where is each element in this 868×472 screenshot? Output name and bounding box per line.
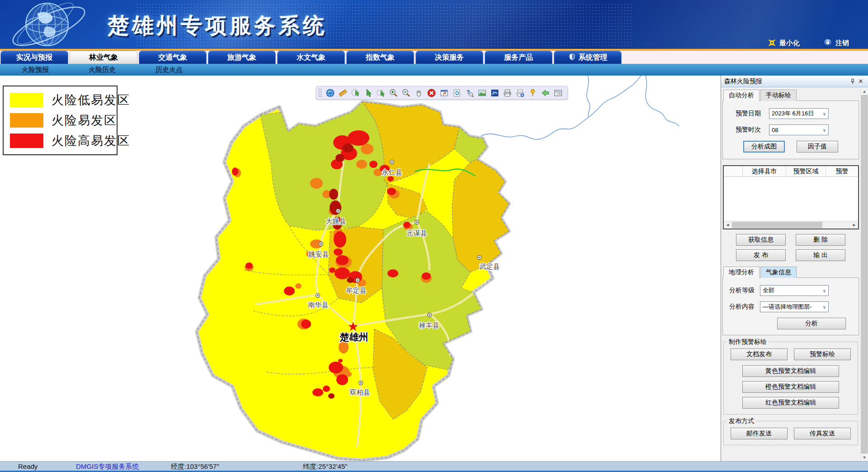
scroll-right-arrow[interactable]: ►	[850, 221, 858, 229]
map-area: 永仁县 大姚县 元谋县 姚安县 武定县 牟定县 南华县 禄丰县 双柏县 楚雄州 …	[0, 76, 721, 461]
placemark-icon[interactable]	[528, 88, 538, 98]
analysis-tabs: 自动分析 手动标绘	[722, 90, 859, 101]
county-label: 武定县	[480, 262, 500, 270]
print-icon[interactable]	[502, 88, 512, 98]
chevron-down-icon: ∨	[823, 305, 826, 310]
app-header: 楚雄州专项服务系统 最小化	[0, 0, 868, 49]
tab-forestry-weather[interactable]: 林业气象	[70, 51, 137, 64]
publish-button[interactable]: 发 布	[736, 249, 786, 261]
county-label: 永仁县	[382, 168, 402, 176]
analysis-level-label: 分析等级	[729, 286, 760, 295]
legend-swatch-red	[10, 133, 43, 148]
image-export-icon[interactable]	[477, 88, 487, 98]
tab-decision-service[interactable]: 决策服务	[415, 51, 483, 64]
select-circle-icon[interactable]	[350, 88, 360, 98]
legend-item-high: 火险高易发区	[10, 133, 117, 149]
analyze-map-button[interactable]: 分析成图	[743, 141, 785, 153]
tab-geo-analysis[interactable]: 地理分析	[723, 267, 760, 278]
analysis-level-select[interactable]: 全部∨	[760, 285, 829, 296]
factor-value-button[interactable]: 因子值	[797, 141, 838, 153]
legend-item-medium: 火险易发区	[10, 112, 117, 129]
table-horizontal-scrollbar[interactable]: ◄ ►	[724, 221, 858, 229]
river-lines	[480, 76, 679, 139]
zoom-in-icon[interactable]	[388, 88, 398, 98]
analysis-content-select[interactable]: —请选择地理图层-∨	[760, 301, 829, 312]
panel-vertical-scrollbar[interactable]: ▲ ▼	[860, 87, 868, 461]
orange-warning-doc-button[interactable]: 橙色预警文档编辑	[742, 381, 839, 393]
select-lasso-icon[interactable]	[376, 88, 386, 98]
warning-list-table[interactable]: 选择县市 预警区域 预警 ◄ ►	[723, 165, 859, 229]
tab-service-products[interactable]: 服务产品	[485, 51, 552, 64]
tab-traffic-weather[interactable]: 交通气象	[139, 51, 207, 64]
status-longitude: 经度:103°56'57"	[171, 462, 219, 471]
minimize-label: 最小化	[779, 39, 800, 48]
table-header-county: 选择县市	[743, 166, 786, 176]
export-button[interactable]: 输 出	[796, 249, 845, 261]
panel-titlebar: 森林火险预报 ✕	[721, 76, 868, 87]
scroll-down-arrow[interactable]: ▼	[861, 453, 868, 461]
tab-weather-info[interactable]: 气象信息	[760, 267, 797, 278]
delete-button[interactable]: 删 除	[796, 234, 845, 246]
pin-icon[interactable]	[849, 77, 857, 86]
county-label: 元谋县	[407, 229, 427, 237]
yellow-warning-doc-button[interactable]: 黄色预警文档编辑	[742, 365, 839, 377]
email-send-button[interactable]: 邮件发送	[731, 428, 788, 439]
pan-icon[interactable]	[414, 88, 424, 98]
full-extent-icon[interactable]	[439, 88, 449, 98]
tab-manual-plotting[interactable]: 手动标绘	[760, 90, 797, 101]
legend-swatch-orange	[10, 113, 43, 128]
minimize-button[interactable]: 最小化	[768, 38, 800, 48]
auto-analysis-tabpage: 预警日期 2023年 6月16日∨ 预警时次 08∨ 分析成图 因子值	[722, 100, 859, 159]
select-arrow-icon[interactable]	[363, 88, 373, 98]
tab-system-management[interactable]: 系统管理	[554, 51, 622, 64]
subnav-fire-risk-history[interactable]: 火险历史	[89, 66, 116, 74]
tab-hydrology-weather[interactable]: 水文气象	[277, 51, 345, 64]
subnav-fire-risk-forecast[interactable]: 火险预报	[22, 66, 49, 74]
globe-icon[interactable]	[325, 88, 335, 98]
doc-publish-button[interactable]: 文档发布	[731, 348, 788, 360]
warn-plot-button[interactable]: 预警标绘	[794, 348, 851, 360]
red-warning-doc-button[interactable]: 红色预警文档编辑	[742, 397, 839, 409]
print-preview-icon[interactable]	[515, 88, 525, 98]
overview-map-icon[interactable]	[553, 88, 563, 98]
status-bar: Ready DMGIS专项服务系统 经度:103°56'57" 纬度:25°32…	[0, 461, 868, 472]
analyze-button[interactable]: 分析	[777, 318, 846, 329]
zoom-out-icon[interactable]	[401, 88, 411, 98]
county-label: 姚安县	[309, 250, 329, 258]
tab-index-weather[interactable]: 指数气象	[346, 51, 414, 64]
toolbar-grip[interactable]	[319, 89, 321, 97]
close-icon[interactable]: ✕	[857, 77, 865, 86]
scroll-left-arrow[interactable]: ◄	[724, 221, 731, 229]
geo-weather-tabs: 地理分析 气象信息	[722, 267, 859, 278]
forest-fire-forecast-panel: 森林火险预报 ✕ ▲ ▼ 自动分析 手动标绘 预警日期 2023年 6月16日∨	[721, 76, 868, 461]
logout-button[interactable]: 注销	[823, 38, 849, 48]
globe-logo-icon	[2, 0, 106, 49]
warning-plot-group: 制作预警标绘 文档发布 预警标绘 黄色预警文档编辑 橙色预警文档编辑 红色预警文…	[723, 342, 858, 415]
table-header-region: 预警区域	[786, 166, 826, 176]
tab-tourism-weather[interactable]: 旅游气象	[208, 51, 276, 64]
map-save-icon[interactable]	[490, 88, 500, 98]
scroll-thumb[interactable]	[861, 95, 868, 453]
warn-date-select[interactable]: 2023年 6月16日∨	[769, 108, 829, 119]
chevron-down-icon: ∨	[823, 288, 826, 293]
tab-realtime-forecast[interactable]: 实况与预报	[0, 51, 68, 64]
hscroll-thumb[interactable]	[732, 222, 822, 228]
back-icon[interactable]	[540, 88, 550, 98]
refresh-icon[interactable]	[452, 88, 462, 98]
table-header-blank	[724, 166, 743, 176]
chevron-down-icon: ∨	[823, 111, 826, 116]
tab-auto-analysis[interactable]: 自动分析	[723, 90, 760, 101]
scroll-up-arrow[interactable]: ▲	[861, 87, 868, 95]
subnav-historical-fire-points[interactable]: 历史火点	[156, 66, 183, 74]
county-label: 禄丰县	[419, 321, 439, 329]
warn-time-select[interactable]: 08∨	[769, 124, 829, 135]
fax-send-button[interactable]: 传真发送	[794, 428, 851, 439]
status-ready: Ready	[18, 462, 38, 470]
minimize-icon	[768, 38, 776, 48]
stop-icon[interactable]	[426, 88, 436, 98]
table-header-warning: 预警	[826, 166, 858, 176]
get-info-button[interactable]: 获取信息	[736, 234, 786, 246]
measure-icon[interactable]	[338, 88, 348, 98]
status-system-link[interactable]: DMGIS专项服务系统	[76, 462, 139, 471]
identify-icon[interactable]: ?	[464, 88, 474, 98]
